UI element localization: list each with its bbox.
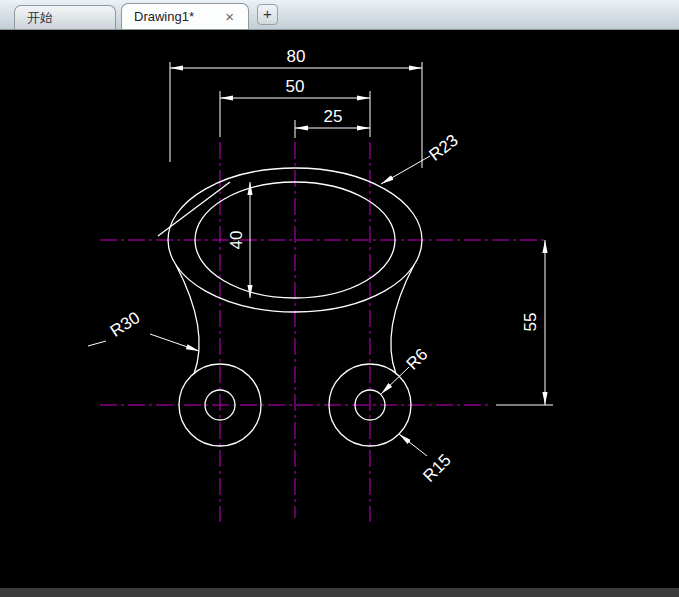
dimension-80-label: 80 xyxy=(287,47,306,66)
radius-r30-label: R30 xyxy=(107,308,144,341)
leader-tail xyxy=(88,341,106,346)
tab-close-icon[interactable]: × xyxy=(223,9,236,24)
radius-dimension-r15[interactable]: R15 xyxy=(399,434,455,486)
tab-drawing1-label: Drawing1* xyxy=(134,9,194,24)
drawing-svg: 80 50 25 40 xyxy=(0,30,679,588)
radius-dimension-r23[interactable]: R23 xyxy=(381,131,462,184)
tab-start[interactable]: 开始 xyxy=(14,5,116,29)
bottom-bar xyxy=(0,588,679,597)
new-tab-button[interactable]: + xyxy=(257,4,278,25)
radius-construction-line xyxy=(158,182,230,236)
radius-r15-label: R15 xyxy=(419,450,454,485)
tab-drawing1[interactable]: Drawing1* × xyxy=(121,3,249,29)
radius-dimension-r30[interactable]: R30 xyxy=(88,308,199,351)
part-geometry[interactable] xyxy=(158,168,422,446)
left-waist-curve-r30 xyxy=(176,265,199,374)
file-tab-bar: 开始 Drawing1* × + xyxy=(0,0,679,30)
leader-line xyxy=(150,334,199,351)
centerlines[interactable] xyxy=(100,142,548,522)
leader-line xyxy=(381,156,430,184)
dimension-80[interactable]: 80 xyxy=(170,47,422,168)
tab-start-label: 开始 xyxy=(27,9,53,27)
dimension-25[interactable]: 25 xyxy=(295,107,370,138)
dimension-55-label: 55 xyxy=(521,313,540,332)
drawing-canvas[interactable]: 80 50 25 40 xyxy=(0,30,679,588)
autocad-window: 开始 Drawing1* × + xyxy=(0,0,679,597)
dimension-25-label: 25 xyxy=(324,107,343,126)
dimension-50-label: 50 xyxy=(286,77,305,96)
leader-line xyxy=(399,434,427,456)
radius-r23-label: R23 xyxy=(425,131,461,165)
dimension-40-label: 40 xyxy=(227,231,246,250)
dimension-55[interactable]: 55 xyxy=(496,240,553,405)
